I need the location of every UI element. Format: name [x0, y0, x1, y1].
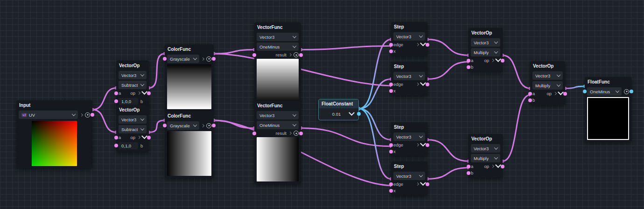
expand-arrow-icon[interactable]	[201, 124, 204, 127]
port-in-in[interactable]	[583, 90, 587, 93]
collapse-chevron-icon[interactable]	[495, 162, 501, 168]
collapse-chevron-icon[interactable]	[420, 40, 426, 46]
port-b-in[interactable]	[467, 65, 470, 69]
node-vf1[interactable]: VectorFuncVector3OneMinusresult	[254, 22, 301, 105]
wire[interactable]	[92, 110, 116, 132]
port-x-in[interactable]	[389, 150, 393, 153]
port-out-out[interactable]	[426, 143, 429, 147]
collapse-chevron-icon[interactable]	[495, 56, 501, 62]
dropdown[interactable]: Grayscale	[167, 55, 199, 63]
port-b-in[interactable]	[114, 144, 118, 147]
port-x-in[interactable]	[389, 89, 393, 93]
expand-arrow-icon[interactable]	[288, 53, 292, 56]
collapse-chevron-icon[interactable]	[558, 89, 564, 95]
node-step1[interactable]: StepVector3edgex	[391, 22, 427, 56]
port-x-in[interactable]	[389, 189, 393, 193]
port-out-out[interactable]	[501, 59, 504, 63]
node-ff[interactable]: FloatFuncOneMinus	[585, 77, 631, 142]
expand-arrow-icon[interactable]	[416, 182, 419, 186]
port-a-in[interactable]	[467, 165, 470, 168]
eye-icon[interactable]	[85, 112, 90, 118]
expand-arrow-icon[interactable]	[80, 113, 83, 116]
dropdown[interactable]: Subtract	[119, 125, 147, 133]
expand-arrow-icon[interactable]	[491, 59, 494, 62]
port-in-in[interactable]	[252, 53, 256, 57]
wire[interactable]	[301, 46, 391, 50]
collapse-chevron-icon[interactable]	[349, 110, 355, 116]
expand-arrow-icon[interactable]	[137, 136, 140, 139]
node-fc[interactable]: FloatConstant0.01	[318, 99, 359, 120]
port-b-in[interactable]	[114, 99, 118, 103]
port-out-out[interactable]	[357, 112, 361, 116]
dropdown[interactable]: OneMinus	[257, 42, 299, 51]
port-edge-in[interactable]	[389, 143, 393, 147]
port-a-in[interactable]	[114, 91, 118, 95]
port-in-in[interactable]	[163, 57, 167, 61]
dropdown[interactable]: v2UV	[19, 111, 78, 119]
dropdown[interactable]: Vector3	[393, 32, 425, 41]
wire[interactable]	[149, 120, 165, 132]
node-cf2[interactable]: ColorFuncGrayscale	[165, 111, 214, 178]
wire[interactable]	[427, 62, 469, 79]
node-step4[interactable]: StepVector3edgex	[391, 161, 427, 195]
node-vop3[interactable]: VectorOpVector3Multiplyaopb	[469, 28, 503, 72]
eye-icon[interactable]	[624, 89, 629, 94]
wire[interactable]	[92, 88, 116, 110]
expand-arrow-icon[interactable]	[416, 83, 419, 86]
eye-icon[interactable]	[206, 56, 211, 62]
port-x-in[interactable]	[389, 49, 393, 53]
collapse-chevron-icon[interactable]	[420, 180, 426, 186]
port-a-in[interactable]	[114, 136, 118, 139]
dropdown[interactable]: Vector3	[119, 71, 147, 79]
expand-arrow-icon[interactable]	[288, 132, 292, 135]
port-out-out[interactable]	[426, 182, 429, 186]
wire[interactable]	[427, 40, 469, 56]
node-input[interactable]: Inputv2UV	[16, 100, 92, 168]
port-out-out[interactable]	[147, 91, 151, 95]
eye-icon[interactable]	[294, 131, 299, 136]
dropdown[interactable]: Vector3	[257, 33, 299, 41]
port-a-in[interactable]	[467, 59, 470, 63]
wire[interactable]	[427, 140, 469, 161]
node-step3[interactable]: StepVector3edgex	[391, 122, 427, 156]
port-edge-in[interactable]	[389, 43, 393, 47]
expand-arrow-icon[interactable]	[491, 165, 494, 168]
dropdown[interactable]: OneMinus	[257, 121, 299, 129]
node-vf2[interactable]: VectorFuncVector3OneMinusresult	[254, 101, 301, 184]
value-field[interactable]: 0.01	[321, 109, 357, 118]
port-out-out[interactable]	[630, 90, 633, 93]
eye-icon[interactable]	[206, 123, 211, 128]
node-cf1[interactable]: ColorFuncGrayscale	[165, 44, 214, 111]
value-field[interactable]: 1,0,0	[119, 98, 138, 105]
port-out-out[interactable]	[212, 57, 216, 61]
dropdown[interactable]: Grayscale	[167, 121, 199, 130]
dropdown[interactable]: Vector3	[471, 144, 500, 153]
eye-icon[interactable]	[294, 52, 299, 57]
wire[interactable]	[149, 54, 165, 88]
dropdown[interactable]: Vector3	[532, 71, 563, 80]
node-step2[interactable]: StepVector3edgex	[391, 62, 427, 96]
port-out-out[interactable]	[299, 132, 303, 135]
wire[interactable]	[427, 168, 469, 179]
wire[interactable]	[214, 120, 254, 128]
expand-arrow-icon[interactable]	[137, 91, 140, 95]
collapse-chevron-icon[interactable]	[141, 89, 147, 95]
expand-arrow-icon[interactable]	[416, 43, 419, 46]
collapse-chevron-icon[interactable]	[420, 80, 426, 86]
node-vop1[interactable]: VectorOpVector3Subtractaop1,0,0b	[116, 61, 149, 108]
node-vop4[interactable]: VectorOpVector3Multiplyaopb	[469, 134, 503, 178]
wire[interactable]	[359, 109, 391, 140]
dropdown[interactable]: Multiply	[532, 81, 563, 90]
dropdown[interactable]: Vector3	[471, 38, 500, 47]
dropdown[interactable]: Vector3	[257, 111, 299, 119]
port-out-out[interactable]	[212, 124, 216, 127]
port-out-out[interactable]	[501, 165, 504, 168]
node-graph-canvas[interactable]: Inputv2UVVectorOpVector3Subtractaop1,0,0…	[0, 0, 644, 209]
wire[interactable]	[503, 56, 530, 89]
dropdown[interactable]: OneMinus	[587, 87, 622, 96]
port-b-in[interactable]	[467, 171, 470, 175]
node-vop2[interactable]: VectorOpVector3Subtractaop0,1,0b	[116, 105, 149, 152]
port-out-out[interactable]	[563, 92, 567, 96]
port-b-in[interactable]	[528, 98, 532, 102]
port-in-in[interactable]	[252, 132, 256, 135]
